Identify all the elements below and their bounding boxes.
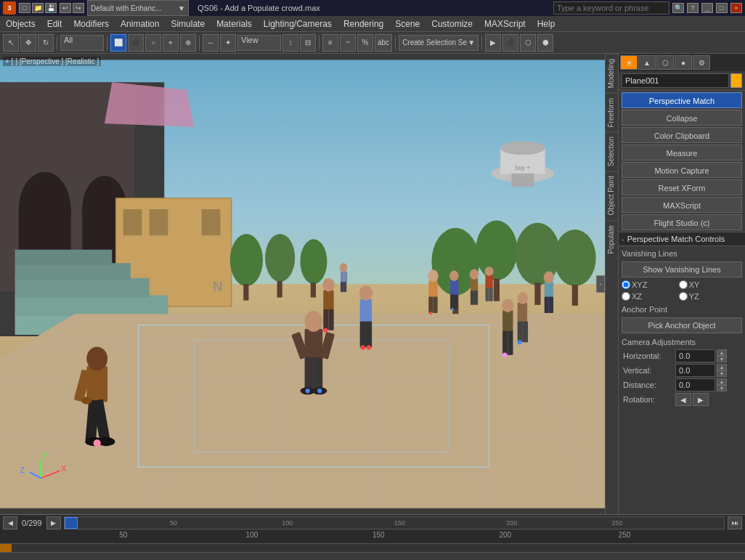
tb-link[interactable]: ↔ (203, 34, 219, 52)
menu-maxscript[interactable]: MAXScript (479, 16, 532, 31)
btn-reset-xform[interactable]: Reset XForm (622, 179, 742, 195)
menu-modifiers[interactable]: Modifiers (68, 16, 115, 31)
svg-rect-110 (502, 331, 508, 355)
close-btn[interactable]: × (730, 3, 742, 13)
tb-snap[interactable]: ✦ (220, 34, 236, 52)
pick-anchor-btn[interactable]: Pick Anchor Object (622, 317, 742, 333)
rotation-right-btn[interactable]: ▶ (693, 393, 709, 406)
rp-tab-gear[interactable]: ⚙ (693, 55, 710, 70)
radio-xz-input[interactable] (622, 292, 630, 301)
tb-render2[interactable]: ⬛ (502, 34, 518, 52)
horizontal-down[interactable]: ▼ (717, 356, 727, 362)
show-vl-btn[interactable]: Show Vanishing Lines (622, 261, 742, 277)
tb-mirror[interactable]: ↕ (282, 34, 298, 52)
maximize-btn[interactable]: □ (716, 3, 728, 13)
tb-render1[interactable]: ▶ (485, 34, 501, 52)
horizontal-up[interactable]: ▲ (717, 349, 727, 356)
preset-dropdown[interactable]: Default with Enhanc... ▼ (87, 0, 189, 16)
rp-tab-circle[interactable]: ● (675, 55, 692, 70)
tb-region[interactable]: ⬛ (128, 34, 144, 52)
radio-yz-input[interactable] (679, 292, 688, 301)
btn-color-clipboard[interactable]: Color Clipboard (622, 127, 742, 143)
tb-circle-select[interactable]: ○ (145, 34, 161, 52)
search-input[interactable] (553, 1, 669, 15)
menu-animation[interactable]: Animation (115, 16, 165, 31)
svg-rect-62 (366, 321, 372, 347)
help-btn[interactable]: ? (687, 3, 699, 13)
all-dropdown[interactable]: All (60, 35, 104, 51)
tb-align[interactable]: ⊟ (300, 34, 316, 52)
tb-rect-select[interactable]: ⬜ (110, 34, 126, 52)
tb-rotate[interactable]: ↻ (38, 34, 54, 52)
btn-flight-studio[interactable]: Flight Studio (c) (622, 214, 742, 230)
undo-btns: ↩ ↪ (60, 3, 84, 13)
viewport-scroll-btn[interactable]: › (596, 275, 605, 293)
btn-motion-capture[interactable]: Motion Capture (622, 162, 742, 178)
new-btn[interactable]: □ (19, 3, 30, 13)
tl-end[interactable]: ⏭ (728, 516, 742, 529)
tb-move[interactable]: ✥ (20, 34, 36, 52)
side-label-modeling[interactable]: Modeling (606, 54, 618, 93)
tb-render3[interactable]: ⬡ (520, 34, 536, 52)
tb-curve[interactable]: ~ (340, 34, 356, 52)
rotation-left-btn[interactable]: ◀ (675, 393, 691, 406)
tb-percent[interactable]: % (357, 34, 373, 52)
menu-materials[interactable]: Materials (211, 16, 258, 31)
svg-point-60 (359, 285, 373, 301)
side-label-populate[interactable]: Populate (606, 220, 618, 258)
side-label-object-paint[interactable]: Object Paint (606, 171, 618, 219)
tb-abc[interactable]: abc (375, 34, 392, 52)
pm-controls-header[interactable]: - Perspective Match Controls (619, 232, 745, 246)
svg-point-117 (518, 340, 522, 344)
tl-forward[interactable]: ▶ (46, 516, 61, 529)
vertical-input[interactable]: 0.0 (675, 364, 715, 377)
minimize-btn[interactable]: _ (701, 3, 713, 13)
menu-objects[interactable]: Objects (0, 16, 41, 31)
svg-rect-15 (15, 295, 168, 316)
btn-maxscript[interactable]: MAXScript (622, 197, 742, 213)
undo-btn[interactable]: ↩ (60, 3, 71, 13)
rp-tab-hex[interactable]: ⬡ (656, 55, 674, 70)
distance-input[interactable]: 0.0 (675, 378, 715, 391)
tb-lasso[interactable]: ⌖ (163, 34, 179, 52)
vertical-up[interactable]: ▲ (717, 364, 727, 370)
create-selection-btn[interactable]: Create Selection Se ▼ (399, 35, 479, 51)
menu-customize[interactable]: Customize (426, 16, 479, 31)
horizontal-input[interactable]: 0.0 (675, 349, 715, 362)
viewport[interactable]: + [ ] [Perspective ] [Realistic ] (0, 54, 605, 514)
menu-simulate[interactable]: Simulate (165, 16, 211, 31)
distance-down[interactable]: ▼ (717, 385, 727, 391)
menu-help[interactable]: Help (532, 16, 561, 31)
tb-layer[interactable]: ≡ (322, 34, 338, 52)
radio-xyz-input[interactable] (622, 280, 630, 289)
tick-label-bar: 50 100 150 200 250 (0, 531, 745, 544)
timeline-thumb[interactable] (65, 517, 78, 529)
tb-select[interactable]: ↖ (3, 34, 19, 52)
menu-lighting[interactable]: Lighting/Cameras (258, 16, 338, 31)
btn-measure[interactable]: Measure (622, 145, 742, 161)
side-label-freeform[interactable]: Freeform (606, 93, 618, 132)
btn-collapse[interactable]: Collapse (622, 110, 742, 126)
timeline-bar[interactable]: 50 100 150 200 250 (64, 516, 725, 529)
menu-edit[interactable]: Edit (41, 16, 68, 31)
object-name-input[interactable]: Plane001 (622, 73, 729, 88)
object-color-swatch[interactable] (730, 73, 742, 88)
rp-tab-triangle[interactable]: ▲ (638, 55, 656, 70)
tl-back[interactable]: ◀ (3, 516, 17, 529)
redo-btn[interactable]: ↪ (73, 3, 84, 13)
distance-up[interactable]: ▲ (717, 378, 727, 385)
menu-scene[interactable]: Scene (389, 16, 426, 31)
search-btn[interactable]: 🔍 (672, 3, 684, 13)
menu-rendering[interactable]: Rendering (338, 16, 389, 31)
save-btn[interactable]: 💾 (45, 3, 57, 13)
svg-rect-16 (15, 278, 150, 298)
tb-paint-select[interactable]: ⊕ (180, 34, 196, 52)
tb-render4[interactable]: ⬢ (537, 34, 553, 52)
vertical-down[interactable]: ▼ (717, 370, 727, 377)
side-label-selection[interactable]: Selection (606, 131, 618, 171)
view-dropdown[interactable]: View (237, 35, 281, 51)
open-btn[interactable]: 📁 (32, 3, 44, 13)
btn-perspective-match[interactable]: Perspective Match (622, 92, 742, 108)
radio-xy-input[interactable] (679, 280, 688, 289)
rp-tab-star[interactable]: ★ (620, 55, 638, 70)
